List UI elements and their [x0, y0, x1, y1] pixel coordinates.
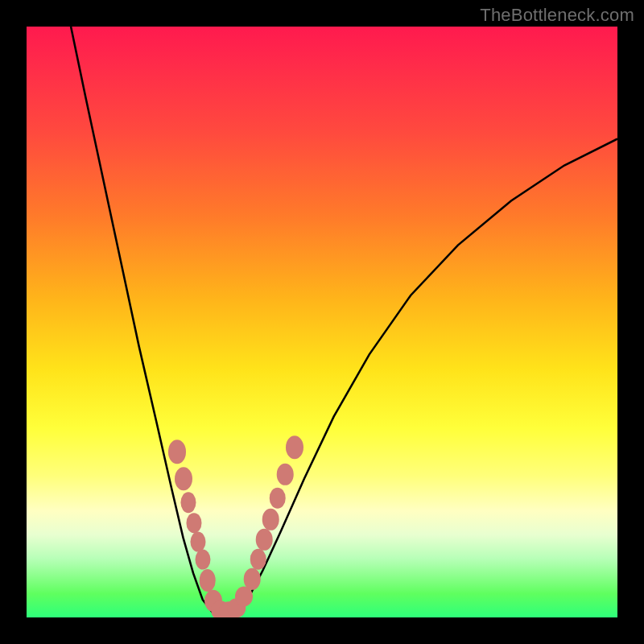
data-marker — [262, 509, 279, 530]
bottleneck-curve — [27, 27, 617, 617]
data-marker — [195, 550, 210, 570]
data-marker — [256, 529, 273, 550]
data-marker — [199, 570, 216, 592]
data-marker — [186, 513, 201, 534]
curve-path — [71, 27, 617, 613]
data-marker — [244, 568, 261, 589]
outer-frame: TheBottleneck.com — [0, 0, 644, 644]
plot-area — [27, 27, 617, 617]
data-marker — [250, 549, 266, 570]
data-marker — [277, 464, 294, 485]
watermark-text: TheBottleneck.com — [480, 5, 634, 26]
data-marker — [181, 492, 196, 513]
data-marker — [270, 488, 287, 509]
